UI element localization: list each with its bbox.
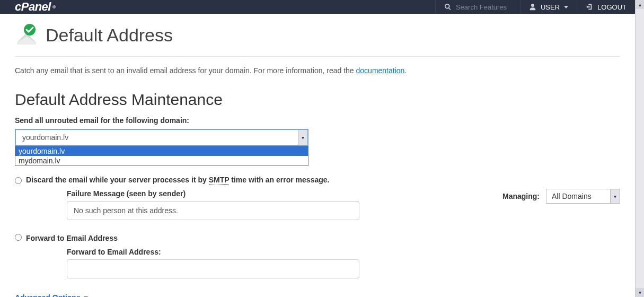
caret-down-icon — [564, 6, 568, 8]
scroll-track[interactable] — [636, 9, 644, 288]
advanced-options-toggle[interactable]: Advanced Options — [15, 293, 481, 297]
chevron-down-icon: ▾ — [610, 189, 620, 203]
managing-select-value: All Domains — [552, 192, 592, 200]
logo-text: cPanel — [15, 0, 51, 14]
search-placeholder: Search Features — [456, 3, 507, 11]
forward-email-input[interactable] — [67, 259, 359, 278]
user-label: USER — [541, 3, 560, 11]
domain-option[interactable]: mydomain.lv — [15, 156, 308, 165]
forward-radio[interactable] — [15, 234, 22, 241]
domain-select[interactable]: yourdomain.lv ▾ — [15, 129, 308, 146]
failure-message-input[interactable] — [67, 201, 359, 220]
top-nav: cPanel® Search Features USER — [0, 0, 635, 14]
domain-option[interactable]: yourdomain.lv — [15, 146, 308, 156]
failure-message-field: Failure Message (seen by sender) — [67, 189, 481, 220]
discard-option-row: Discard the email while your server proc… — [15, 176, 481, 184]
scroll-up-arrow[interactable]: ▴ — [636, 0, 644, 9]
managing-row: Managing: All Domains ▾ — [502, 91, 620, 297]
logout-button[interactable]: LOGOUT — [577, 0, 635, 14]
intro-text: Catch any email that is sent to an inval… — [15, 66, 620, 75]
user-icon — [529, 3, 536, 11]
search-icon — [444, 3, 452, 11]
smtp-abbr: SMTP — [209, 176, 230, 185]
user-menu[interactable]: USER — [520, 0, 577, 14]
managing-select[interactable]: All Domains ▾ — [546, 189, 620, 204]
forward-field-label: Forward to Email Address: — [67, 248, 481, 256]
forward-label: Forward to Email Address — [26, 234, 118, 242]
forward-field: Forward to Email Address: — [67, 248, 481, 278]
chevron-down-icon: ▾ — [298, 130, 307, 145]
logo-reg: ® — [52, 5, 55, 10]
advanced-options-label: Advanced Options — [15, 293, 81, 297]
forward-option-row: Forward to Email Address — [15, 234, 481, 242]
domain-select-label: Send all unrouted email for the followin… — [15, 116, 481, 125]
cpanel-logo[interactable]: cPanel® — [15, 0, 55, 14]
default-address-icon — [15, 23, 38, 47]
failure-message-label: Failure Message (seen by sender) — [67, 189, 481, 198]
vertical-scrollbar[interactable]: ▴ ▾ — [635, 0, 644, 297]
discard-label: Discard the email while your server proc… — [26, 176, 329, 184]
managing-label: Managing: — [502, 192, 540, 200]
domain-dropdown-list: yourdomain.lv mydomain.lv — [15, 146, 308, 166]
discard-radio[interactable] — [15, 177, 22, 184]
documentation-link[interactable]: documentation — [356, 66, 405, 75]
page-title: Default Address — [46, 25, 173, 46]
logout-icon — [586, 3, 593, 11]
page-title-row: Default Address — [15, 23, 620, 57]
section-heading: Default Address Maintenance — [15, 91, 481, 109]
search-features[interactable]: Search Features — [435, 0, 520, 14]
domain-select-value: yourdomain.lv — [22, 133, 68, 142]
scroll-down-arrow[interactable]: ▾ — [636, 288, 644, 297]
logout-label: LOGOUT — [597, 3, 627, 11]
